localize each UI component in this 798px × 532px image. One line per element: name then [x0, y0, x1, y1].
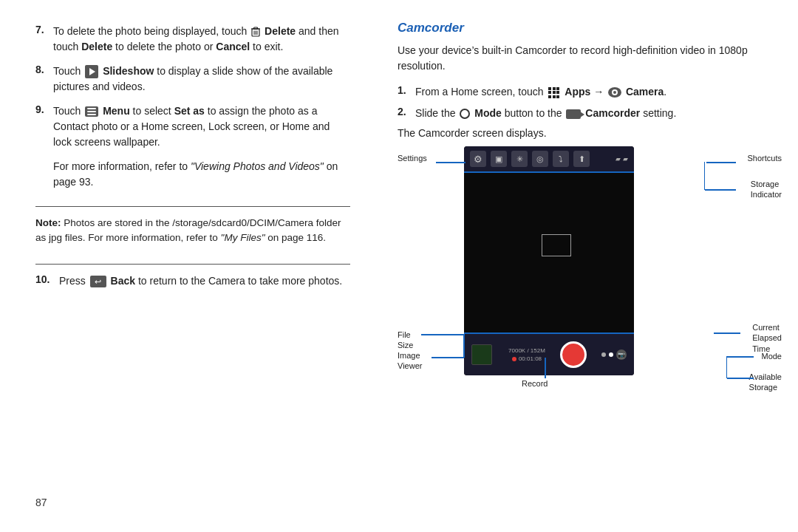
settings-icon [470, 151, 486, 167]
toolbar-row: ▰ ▰ [464, 146, 634, 173]
step-7-content: To delete the photo being displayed, tou… [53, 24, 350, 55]
file-size-connector-h [421, 334, 464, 335]
avail-storage-label: AvailableStorage [749, 372, 782, 393]
camcorder-icon-inline [566, 109, 581, 119]
record-button[interactable] [560, 341, 587, 368]
right-step-1: 1. From a Home screen, touch Apps → Came… [398, 84, 771, 100]
avail-storage-connector-v [726, 356, 728, 378]
circle-icon [532, 151, 548, 167]
divider-1 [35, 206, 350, 207]
note-block: Note: Photos are stored in the /storage/… [35, 216, 350, 246]
step-7: 7. To delete the photo being displayed, … [35, 24, 350, 55]
right-step-2-num: 2. [398, 106, 415, 117]
elapsed-value: 00:01:08 [519, 355, 542, 362]
menu-icon [85, 106, 98, 117]
step-9-content: Touch Menu to select Set as to assign th… [53, 103, 350, 150]
play-icon [85, 65, 98, 78]
screen-label: The Camcorder screen displays. [398, 127, 771, 139]
right-step-2: 2. Slide the Mode button to the Camcorde… [398, 106, 771, 121]
divider-2 [35, 264, 350, 265]
file-size-connector-v [463, 334, 465, 358]
camcorder-diagram: ▰ ▰ 7000K / 152M 00:01:08 [398, 146, 782, 390]
bottom-bar: 7000K / 152M 00:01:08 📷 [464, 332, 634, 375]
mode-dot-2 [609, 352, 613, 357]
record-label: Record [522, 379, 548, 388]
step-10-content: Press ↩ Back to return to the Camera to … [59, 273, 350, 289]
step-7-num: 7. [35, 24, 53, 35]
step-10-num: 10. [35, 273, 59, 285]
elapsed-connector-h [714, 332, 740, 334]
step-10: 10. Press ↩ Back to return to the Camera… [35, 273, 350, 289]
page-number: 87 [35, 485, 350, 508]
right-step-1-num: 1. [398, 84, 415, 96]
grid-icon [548, 87, 559, 98]
storage-indicator-connector-v [704, 162, 706, 190]
photo-icon [491, 151, 507, 167]
right-step-1-content: From a Home screen, touch Apps → Camera. [415, 84, 771, 100]
step-8-content: Touch Slideshow to display a slide show … [53, 64, 350, 95]
share-icon [573, 151, 590, 167]
file-size-label: FileSize [398, 330, 413, 351]
shortcuts-label: Shortcuts [748, 154, 782, 163]
image-viewer-connector-h [432, 357, 464, 358]
phone-screen: ▰ ▰ 7000K / 152M 00:01:08 [464, 146, 634, 375]
camera-mode-icon: 📷 [616, 349, 627, 360]
record-connector-v [545, 358, 546, 378]
settings-connector-h [436, 162, 466, 163]
thumbnail-preview [471, 344, 492, 365]
mode-dot-1 [601, 352, 606, 357]
section-desc: Use your device’s built-in Camcorder to … [398, 43, 771, 74]
mode-label: Mode [761, 352, 782, 361]
mode-circle-icon [460, 109, 470, 119]
step-8: 8. Touch Slideshow to display a slide sh… [35, 64, 350, 95]
elapsed-label: CurrentElapsedTime [752, 322, 782, 354]
mode-controls: 📷 [601, 349, 627, 360]
step-8-num: 8. [35, 64, 53, 75]
arrow-icon [553, 151, 569, 167]
storage-indicator-connector-h [705, 189, 736, 191]
italic-note: For more information, refer to "Viewing … [35, 159, 350, 190]
step-9-num: 9. [35, 103, 53, 115]
viewfinder [464, 173, 634, 332]
back-icon: ↩ [90, 276, 106, 287]
shortcuts-connector [706, 162, 736, 163]
avail-storage-connector-h [727, 378, 754, 379]
storage-indicator-label: StorageIndicator [751, 179, 782, 200]
effects-icon [511, 151, 528, 167]
step-9: 9. Touch Menu to select Set as to assign… [35, 103, 350, 150]
file-size-value: 7000K / 152M [508, 347, 545, 354]
settings-label: Settings [398, 154, 427, 163]
image-viewer-label: ImageViewer [398, 350, 422, 372]
right-column: Camcorder Use your device’s built-in Cam… [377, 0, 798, 532]
right-steps: 1. From a Home screen, touch Apps → Came… [398, 84, 771, 127]
trash-icon [251, 27, 260, 38]
section-title: Camcorder [398, 21, 771, 35]
right-step-2-content: Slide the Mode button to the Camcorder s… [415, 106, 771, 121]
camera-icon-small [608, 87, 621, 98]
left-column: 7. To delete the photo being displayed, … [0, 0, 377, 532]
mode-connector-h [727, 356, 754, 358]
focus-box [542, 234, 571, 256]
